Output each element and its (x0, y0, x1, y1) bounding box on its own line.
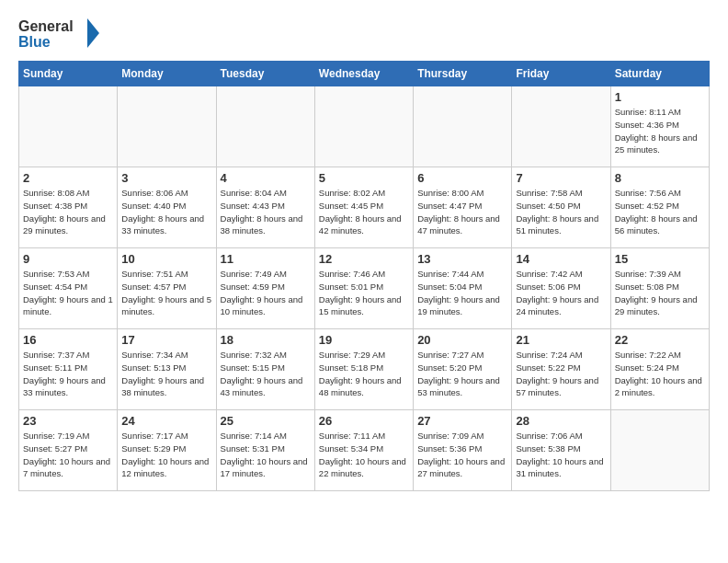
day-info: Sunrise: 7:34 AM Sunset: 5:13 PM Dayligh… (121, 349, 211, 399)
calendar-cell: 13Sunrise: 7:44 AM Sunset: 5:04 PM Dayli… (414, 248, 512, 329)
day-number: 24 (121, 414, 211, 428)
day-info: Sunrise: 7:11 AM Sunset: 5:34 PM Dayligh… (319, 430, 409, 480)
calendar-cell: 14Sunrise: 7:42 AM Sunset: 5:06 PM Dayli… (512, 248, 610, 329)
day-number: 16 (23, 333, 113, 347)
day-info: Sunrise: 7:39 AM Sunset: 5:08 PM Dayligh… (615, 268, 705, 318)
day-number: 15 (615, 252, 705, 266)
day-number: 1 (615, 90, 705, 104)
calendar-cell: 6Sunrise: 8:00 AM Sunset: 4:47 PM Daylig… (414, 167, 512, 248)
day-info: Sunrise: 7:37 AM Sunset: 5:11 PM Dayligh… (23, 349, 113, 399)
day-number: 7 (516, 171, 606, 185)
calendar-cell: 9Sunrise: 7:53 AM Sunset: 4:54 PM Daylig… (19, 248, 118, 329)
day-number: 21 (516, 333, 606, 347)
day-number: 10 (121, 252, 211, 266)
calendar-cell (610, 410, 709, 491)
weekday-header-saturday: Saturday (610, 62, 709, 86)
calendar-week-row: 9Sunrise: 7:53 AM Sunset: 4:54 PM Daylig… (19, 248, 710, 329)
day-info: Sunrise: 7:44 AM Sunset: 5:04 PM Dayligh… (417, 268, 507, 318)
day-number: 14 (516, 252, 606, 266)
calendar-cell (19, 86, 118, 167)
day-info: Sunrise: 8:06 AM Sunset: 4:40 PM Dayligh… (121, 187, 211, 237)
day-info: Sunrise: 7:14 AM Sunset: 5:31 PM Dayligh… (221, 430, 311, 480)
calendar-cell (216, 86, 314, 167)
day-number: 11 (221, 252, 311, 266)
day-number: 6 (417, 171, 507, 185)
day-number: 20 (417, 333, 507, 347)
day-info: Sunrise: 7:53 AM Sunset: 4:54 PM Dayligh… (23, 268, 113, 318)
day-number: 5 (319, 171, 409, 185)
calendar-cell: 5Sunrise: 8:02 AM Sunset: 4:45 PM Daylig… (314, 167, 413, 248)
day-info: Sunrise: 8:00 AM Sunset: 4:47 PM Dayligh… (417, 187, 507, 237)
day-info: Sunrise: 7:58 AM Sunset: 4:50 PM Dayligh… (516, 187, 606, 237)
calendar-cell: 16Sunrise: 7:37 AM Sunset: 5:11 PM Dayli… (19, 329, 118, 410)
day-number: 18 (221, 333, 311, 347)
weekday-header-tuesday: Tuesday (216, 62, 314, 86)
calendar-cell: 8Sunrise: 7:56 AM Sunset: 4:52 PM Daylig… (610, 167, 709, 248)
day-number: 9 (23, 252, 113, 266)
day-info: Sunrise: 7:22 AM Sunset: 5:24 PM Dayligh… (615, 349, 705, 399)
calendar-week-row: 16Sunrise: 7:37 AM Sunset: 5:11 PM Dayli… (19, 329, 710, 410)
calendar-week-row: 23Sunrise: 7:19 AM Sunset: 5:27 PM Dayli… (19, 410, 710, 491)
day-info: Sunrise: 7:19 AM Sunset: 5:27 PM Dayligh… (23, 430, 113, 480)
page-header: GeneralBlue (18, 15, 710, 52)
calendar-cell: 23Sunrise: 7:19 AM Sunset: 5:27 PM Dayli… (19, 410, 118, 491)
weekday-header-friday: Friday (512, 62, 610, 86)
day-info: Sunrise: 8:11 AM Sunset: 4:36 PM Dayligh… (615, 106, 705, 156)
calendar-cell: 26Sunrise: 7:11 AM Sunset: 5:34 PM Dayli… (314, 410, 413, 491)
day-info: Sunrise: 7:32 AM Sunset: 5:15 PM Dayligh… (221, 349, 311, 399)
day-info: Sunrise: 7:49 AM Sunset: 4:59 PM Dayligh… (221, 268, 311, 318)
calendar-cell (118, 86, 216, 167)
calendar-cell: 15Sunrise: 7:39 AM Sunset: 5:08 PM Dayli… (610, 248, 709, 329)
calendar-cell: 4Sunrise: 8:04 AM Sunset: 4:43 PM Daylig… (216, 167, 314, 248)
calendar-cell: 3Sunrise: 8:06 AM Sunset: 4:40 PM Daylig… (118, 167, 216, 248)
calendar-cell: 1Sunrise: 8:11 AM Sunset: 4:36 PM Daylig… (610, 86, 709, 167)
day-number: 2 (23, 171, 113, 185)
weekday-header-row: SundayMondayTuesdayWednesdayThursdayFrid… (19, 62, 710, 86)
svg-marker-2 (87, 18, 99, 48)
calendar-cell: 28Sunrise: 7:06 AM Sunset: 5:38 PM Dayli… (512, 410, 610, 491)
calendar-cell: 11Sunrise: 7:49 AM Sunset: 4:59 PM Dayli… (216, 248, 314, 329)
calendar-week-row: 2Sunrise: 8:08 AM Sunset: 4:38 PM Daylig… (19, 167, 710, 248)
day-info: Sunrise: 8:04 AM Sunset: 4:43 PM Dayligh… (221, 187, 311, 237)
day-info: Sunrise: 7:29 AM Sunset: 5:18 PM Dayligh… (319, 349, 409, 399)
calendar-cell: 12Sunrise: 7:46 AM Sunset: 5:01 PM Dayli… (314, 248, 413, 329)
day-info: Sunrise: 8:08 AM Sunset: 4:38 PM Dayligh… (23, 187, 113, 237)
calendar-cell (512, 86, 610, 167)
weekday-header-thursday: Thursday (414, 62, 512, 86)
day-number: 23 (23, 414, 113, 428)
day-info: Sunrise: 7:46 AM Sunset: 5:01 PM Dayligh… (319, 268, 409, 318)
calendar-cell: 25Sunrise: 7:14 AM Sunset: 5:31 PM Dayli… (216, 410, 314, 491)
day-info: Sunrise: 7:17 AM Sunset: 5:29 PM Dayligh… (121, 430, 211, 480)
day-number: 13 (417, 252, 507, 266)
logo: GeneralBlue (18, 15, 101, 52)
day-info: Sunrise: 7:51 AM Sunset: 4:57 PM Dayligh… (121, 268, 211, 318)
day-number: 19 (319, 333, 409, 347)
day-number: 26 (319, 414, 409, 428)
day-number: 22 (615, 333, 705, 347)
day-info: Sunrise: 7:27 AM Sunset: 5:20 PM Dayligh… (417, 349, 507, 399)
calendar-cell (414, 86, 512, 167)
svg-text:General: General (18, 18, 74, 34)
day-info: Sunrise: 7:09 AM Sunset: 5:36 PM Dayligh… (417, 430, 507, 480)
day-info: Sunrise: 7:42 AM Sunset: 5:06 PM Dayligh… (516, 268, 606, 318)
calendar-week-row: 1Sunrise: 8:11 AM Sunset: 4:36 PM Daylig… (19, 86, 710, 167)
calendar-cell: 17Sunrise: 7:34 AM Sunset: 5:13 PM Dayli… (118, 329, 216, 410)
svg-text:Blue: Blue (18, 34, 51, 50)
calendar-cell: 7Sunrise: 7:58 AM Sunset: 4:50 PM Daylig… (512, 167, 610, 248)
day-number: 25 (221, 414, 311, 428)
calendar-cell: 22Sunrise: 7:22 AM Sunset: 5:24 PM Dayli… (610, 329, 709, 410)
calendar-cell: 18Sunrise: 7:32 AM Sunset: 5:15 PM Dayli… (216, 329, 314, 410)
calendar-cell: 19Sunrise: 7:29 AM Sunset: 5:18 PM Dayli… (314, 329, 413, 410)
day-number: 3 (121, 171, 211, 185)
day-info: Sunrise: 7:56 AM Sunset: 4:52 PM Dayligh… (615, 187, 705, 237)
day-number: 27 (417, 414, 507, 428)
day-number: 8 (615, 171, 705, 185)
weekday-header-sunday: Sunday (19, 62, 118, 86)
calendar-cell (314, 86, 413, 167)
day-info: Sunrise: 8:02 AM Sunset: 4:45 PM Dayligh… (319, 187, 409, 237)
calendar-cell: 10Sunrise: 7:51 AM Sunset: 4:57 PM Dayli… (118, 248, 216, 329)
day-number: 17 (121, 333, 211, 347)
day-number: 28 (516, 414, 606, 428)
day-info: Sunrise: 7:06 AM Sunset: 5:38 PM Dayligh… (516, 430, 606, 480)
calendar-cell: 27Sunrise: 7:09 AM Sunset: 5:36 PM Dayli… (414, 410, 512, 491)
